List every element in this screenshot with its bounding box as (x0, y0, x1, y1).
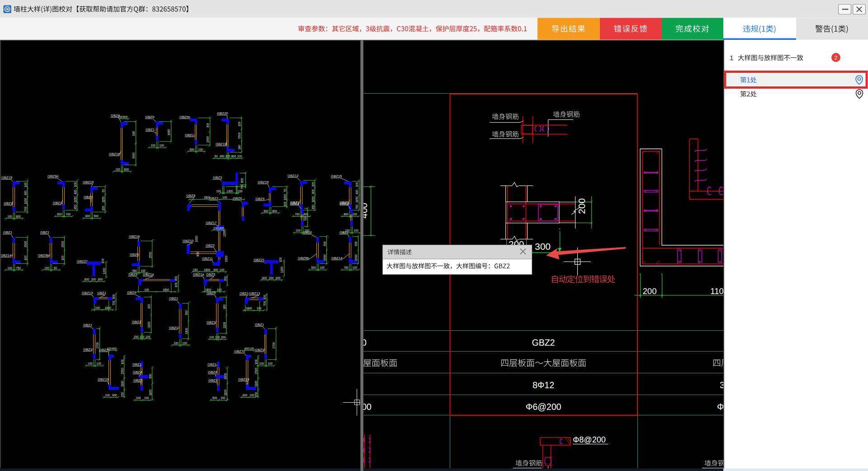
svg-text:100: 100 (355, 182, 359, 187)
svg-text:600: 600 (243, 394, 248, 397)
svg-text:500: 500 (226, 155, 231, 158)
svg-text:100: 100 (255, 359, 258, 364)
svg-text:100: 100 (249, 347, 254, 350)
svg-text:GBZ13: GBZ13 (249, 291, 260, 295)
svg-text:GBZ5: GBZ5 (128, 272, 137, 276)
svg-text:GBZ11: GBZ11 (202, 257, 213, 261)
svg-text:500: 500 (123, 115, 128, 119)
svg-text:100: 100 (259, 362, 264, 365)
svg-text:800: 800 (16, 215, 21, 218)
svg-text:100: 100 (44, 266, 49, 270)
svg-text:100: 100 (354, 229, 359, 232)
svg-text:500: 500 (212, 396, 217, 400)
svg-text:1500: 1500 (354, 254, 358, 261)
svg-text:GBZ1: GBZ1 (97, 291, 106, 295)
svg-text:GBZ1a: GBZ1a (193, 272, 204, 276)
svg-text:300: 300 (535, 241, 551, 252)
svg-text:100: 100 (257, 307, 262, 310)
svg-text:1150: 1150 (355, 196, 359, 203)
svg-text:400: 400 (24, 190, 27, 195)
svg-text:100: 100 (24, 256, 27, 261)
svg-text:600: 600 (98, 278, 103, 281)
svg-text:GBZ8: GBZ8 (186, 194, 195, 198)
svg-text:GBZ1: GBZ1 (169, 326, 178, 330)
svg-text:GBZ1: GBZ1 (169, 296, 178, 300)
svg-text:2700: 2700 (96, 342, 99, 349)
svg-text:GBZ1: GBZ1 (340, 200, 349, 205)
svg-text:100: 100 (175, 282, 178, 287)
svg-text:500: 500 (304, 216, 307, 221)
svg-text:100: 100 (311, 181, 315, 186)
svg-text:700: 700 (112, 300, 115, 305)
svg-text:100: 100 (144, 288, 149, 291)
svg-text:150: 150 (121, 392, 124, 397)
svg-text:100: 100 (238, 121, 241, 126)
svg-text:1150: 1150 (102, 196, 105, 203)
svg-text:GBZ16: GBZ16 (109, 152, 120, 156)
svg-text:2550: 2550 (149, 252, 152, 258)
svg-text:800: 800 (231, 155, 236, 158)
svg-text:750: 750 (241, 184, 244, 189)
svg-text:500: 500 (264, 209, 269, 213)
svg-text:300: 300 (206, 123, 209, 128)
svg-text:100: 100 (102, 206, 105, 211)
svg-text:8Φ12: 8Φ12 (533, 380, 554, 390)
svg-text:1800: 1800 (205, 288, 212, 291)
svg-text:350: 350 (224, 276, 227, 281)
svg-text:GBZ15: GBZ15 (83, 180, 94, 184)
svg-text:700: 700 (355, 205, 359, 209)
svg-text:GBZ10: GBZ10 (183, 239, 193, 243)
svg-text:1150: 1150 (74, 196, 77, 203)
svg-text:1650: 1650 (218, 227, 225, 230)
svg-text:800: 800 (272, 209, 277, 213)
svg-text:GBZ4: GBZ4 (208, 370, 217, 374)
svg-text:100: 100 (7, 266, 12, 270)
svg-text:GBZ9: GBZ9 (145, 115, 154, 119)
svg-text:150: 150 (193, 268, 198, 271)
svg-text:100: 100 (146, 335, 151, 338)
svg-text:100: 100 (115, 168, 120, 171)
svg-text:GBZ9: GBZ9 (127, 290, 136, 295)
svg-text:700: 700 (66, 213, 71, 216)
svg-text:100: 100 (105, 394, 110, 397)
svg-text:GBZ1: GBZ1 (146, 128, 155, 132)
svg-text:300: 300 (112, 294, 115, 299)
svg-text:500: 500 (189, 148, 194, 151)
svg-text:GBZ1: GBZ1 (3, 230, 12, 234)
svg-text:GBZ1: GBZ1 (133, 378, 142, 382)
svg-text:GBZ15: GBZ15 (331, 174, 342, 178)
svg-text:200: 200 (269, 276, 274, 280)
svg-text:50: 50 (283, 188, 287, 192)
svg-text:GBZ1: GBZ1 (83, 323, 92, 327)
svg-text:900: 900 (196, 252, 199, 257)
svg-text:3500: 3500 (132, 152, 135, 159)
svg-text:GBZ20: GBZ20 (217, 111, 228, 115)
svg-text:GBZ1: GBZ1 (255, 323, 264, 327)
svg-text:1600: 1600 (224, 373, 227, 380)
svg-text:3200: 3200 (223, 322, 226, 328)
svg-text:700: 700 (295, 213, 300, 216)
svg-text:1150: 1150 (283, 194, 287, 200)
svg-text:500: 500 (94, 214, 99, 218)
svg-text:GBZ1a: GBZ1a (143, 272, 154, 276)
svg-text:850: 850 (241, 178, 244, 183)
svg-text:100: 100 (118, 115, 123, 119)
svg-text:100: 100 (237, 155, 242, 158)
svg-text:100: 100 (198, 148, 203, 151)
svg-text:500: 500 (323, 241, 326, 246)
svg-text:100: 100 (141, 269, 146, 272)
svg-text:100: 100 (352, 213, 357, 216)
svg-text:100: 100 (238, 190, 243, 193)
svg-text:100: 100 (216, 190, 221, 193)
svg-text:GBZ1: GBZ1 (208, 362, 217, 366)
svg-text:GBZ9d: GBZ9d (47, 174, 58, 178)
svg-text:100: 100 (250, 394, 255, 397)
svg-text:GBZ1: GBZ1 (208, 378, 217, 382)
svg-text:100: 100 (215, 336, 220, 339)
svg-text:GBZ14: GBZ14 (0, 253, 12, 257)
svg-text:450: 450 (74, 205, 77, 209)
svg-text:GBZ1: GBZ1 (4, 201, 13, 205)
svg-text:Φ6@200: Φ6@200 (526, 402, 561, 412)
svg-text:110: 110 (710, 286, 724, 296)
svg-text:Φ8@200: Φ8@200 (573, 435, 606, 444)
